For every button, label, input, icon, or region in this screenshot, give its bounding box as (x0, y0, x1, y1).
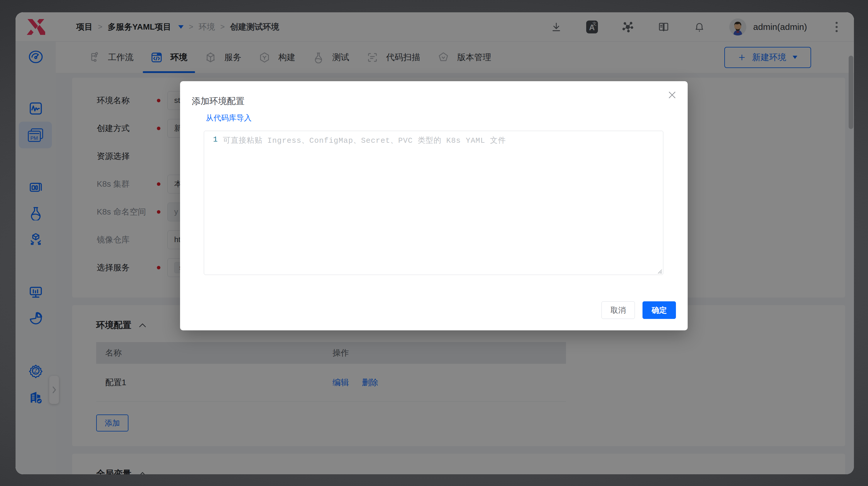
modal-title: 添加环境配置 (192, 95, 245, 107)
editor-resize-handle[interactable] (657, 268, 662, 274)
editor-placeholder: 可直接粘贴 Ingress、ConfigMap、Secret、PVC 类型的 K… (223, 135, 656, 145)
import-from-repo-link[interactable]: 从代码库导入 (206, 113, 252, 123)
yaml-editor[interactable]: 1 可直接粘贴 Ingress、ConfigMap、Secret、PVC 类型的… (204, 131, 663, 275)
desktop-backdrop: 项目 > 多服务YAML项目 > 环境 > 创建测试环境 A文 (0, 0, 868, 486)
modal-close-icon[interactable] (667, 90, 677, 100)
add-env-config-modal: 添加环境配置 从代码库导入 1 可直接粘贴 Ingress、ConfigMap、… (180, 81, 688, 330)
editor-line-number: 1 (209, 135, 218, 144)
app-window: 项目 > 多服务YAML项目 > 环境 > 创建测试环境 A文 (16, 12, 854, 474)
confirm-button[interactable]: 确定 (643, 301, 676, 319)
cancel-button[interactable]: 取消 (601, 301, 635, 319)
modal-actions: 取消 确定 (601, 301, 676, 319)
